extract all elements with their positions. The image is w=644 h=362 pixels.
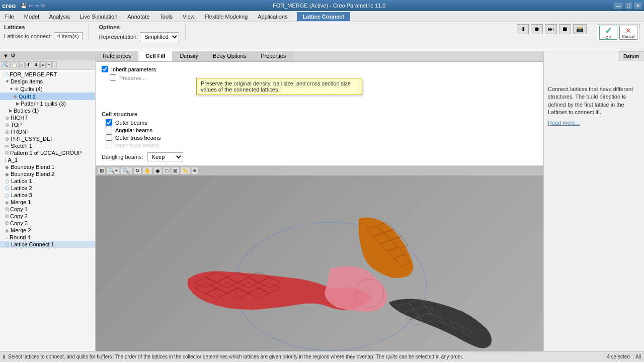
- menu-model[interactable]: Model: [19, 12, 44, 21]
- ok-button[interactable]: ✓ OK: [599, 26, 617, 40]
- vp-pan[interactable]: ✋: [142, 167, 152, 174]
- viewport[interactable]: ⊞ 🔍+ 🔍- ↻ ✋ ◉ □ ⊠ 📏 ≡: [96, 166, 543, 351]
- maximize-button[interactable]: □: [625, 3, 632, 9]
- outer-truss-label[interactable]: Outer truss beams: [115, 135, 160, 141]
- tree-item-design-items[interactable]: ▼ Design Items: [0, 78, 95, 85]
- settings-icon[interactable]: ⚙: [41, 3, 45, 9]
- tree-item-quilt2[interactable]: ◈ Quilt 2: [0, 93, 95, 100]
- menu-applications[interactable]: Applications: [253, 12, 292, 21]
- tab-density[interactable]: Density: [173, 51, 206, 61]
- menu-analysis[interactable]: Analysis: [44, 12, 75, 21]
- vp-wireframe[interactable]: □: [163, 167, 170, 174]
- close-button[interactable]: ✕: [634, 3, 642, 9]
- tree-item-lattice2[interactable]: ⬡ Lattice 2: [0, 185, 95, 192]
- tree-item-prt-csys-def[interactable]: ⊕ PRT_CSYS_DEF: [0, 135, 95, 142]
- inherit-checkbox[interactable]: [102, 66, 108, 72]
- tree-btn-1[interactable]: 🔍: [1, 61, 10, 68]
- cell-structure-label: Cell structure: [102, 111, 537, 117]
- menu-file[interactable]: File: [0, 12, 19, 21]
- tree-btn-5[interactable]: ⬇: [33, 61, 40, 68]
- tab-references[interactable]: References: [96, 51, 138, 61]
- tree-btn-6[interactable]: ≡: [40, 61, 46, 68]
- tree-btn-4[interactable]: ⬆: [25, 61, 32, 68]
- tree-item-front[interactable]: ⊕ FRONT: [0, 128, 95, 135]
- read-more-link[interactable]: Read more...: [548, 120, 640, 126]
- vp-measure[interactable]: 📏: [180, 167, 190, 174]
- tree-item-a1[interactable]: | A_1: [0, 156, 95, 163]
- menu-tools[interactable]: Tools: [154, 12, 178, 21]
- datum-label[interactable]: Datum: [618, 51, 644, 61]
- outer-beams-row[interactable]: Outer beams: [102, 119, 537, 126]
- tree-item-lattice1[interactable]: ⬡ Lattice 1: [0, 177, 95, 185]
- tree-item-copy3[interactable]: ⧉ Copy 3: [0, 220, 95, 227]
- menu-annotate[interactable]: Annotate: [122, 12, 154, 21]
- representation-select[interactable]: Simplified Master Light: [140, 32, 179, 41]
- vp-zoom-fit[interactable]: ⊞: [98, 167, 106, 174]
- stop-button[interactable]: ⏹: [559, 24, 571, 34]
- outer-beams-label[interactable]: Outer beams: [115, 120, 147, 126]
- cancel-button[interactable]: ✕ Cancel: [619, 26, 637, 40]
- tree-item-lattice3[interactable]: ⬡ Lattice 3: [0, 192, 95, 199]
- menu-view[interactable]: View: [178, 12, 200, 21]
- record-button[interactable]: ⏺: [531, 24, 543, 34]
- tree-root[interactable]: 📄 FOR_MERGE.PRT: [0, 71, 95, 78]
- tab-body-options[interactable]: Body Options: [206, 51, 254, 61]
- angular-beams-checkbox[interactable]: [106, 127, 112, 133]
- inner-truss-checkbox: [106, 142, 112, 148]
- options-group: Options Representation: Simplified Maste…: [99, 24, 186, 41]
- tree-item-merge2[interactable]: ◈ Merge 2: [0, 227, 95, 234]
- undo-icon[interactable]: ↩: [29, 3, 33, 9]
- outer-truss-checkbox[interactable]: [106, 134, 112, 141]
- tree-item-round4[interactable]: ○ Round 4: [0, 234, 95, 241]
- viewport-toolbar: ⊞ 🔍+ 🔍- ↻ ✋ ◉ □ ⊠ 📏 ≡: [96, 166, 543, 175]
- pause-button[interactable]: ⏸: [517, 24, 529, 34]
- vp-rotate[interactable]: ↻: [133, 167, 141, 174]
- snap-button[interactable]: 📸: [573, 24, 587, 34]
- outer-truss-row[interactable]: Outer truss beams: [102, 134, 537, 141]
- step-button[interactable]: ⏭: [545, 24, 557, 34]
- tree-settings-icon[interactable]: ⚙: [11, 52, 16, 59]
- tree-item-quilts[interactable]: ▼ ◈ Quilts (4): [0, 85, 95, 93]
- vp-shade[interactable]: ◉: [153, 167, 162, 174]
- tabs-bar: References Cell Fill Density Body Option…: [96, 51, 543, 62]
- tree-btn-collapse[interactable]: -: [52, 61, 57, 68]
- vp-zoom-out[interactable]: 🔍-: [121, 167, 132, 174]
- dangling-select[interactable]: Keep Remove Trim: [147, 152, 183, 161]
- redo-icon[interactable]: ↪: [35, 3, 39, 9]
- tree-item-boundary2[interactable]: ◆ Boundary Blend 2: [0, 170, 95, 177]
- tab-lattice-connect[interactable]: Lattice Connect: [297, 12, 351, 21]
- tree-btn-expand[interactable]: +: [46, 61, 52, 68]
- tree-item-copy2[interactable]: ⧉ Copy 2: [0, 213, 95, 220]
- tree-item-top[interactable]: ⊕ TOP: [0, 121, 95, 128]
- tree-item-lattice-connect1[interactable]: ⬡ Lattice Connect 1: [0, 241, 95, 248]
- outer-beams-checkbox[interactable]: [106, 119, 112, 126]
- tree-item-bodies[interactable]: ▶ Bodies (1): [0, 107, 95, 114]
- tree-item-right[interactable]: ⊕ RIGHT: [0, 114, 95, 121]
- dangling-label: Dangling beams:: [102, 154, 143, 160]
- tree-expand-icon[interactable]: ▼: [3, 53, 9, 59]
- angular-beams-row[interactable]: Angular beams: [102, 127, 537, 133]
- tree-btn-3[interactable]: ↕: [19, 61, 25, 68]
- save-icon[interactable]: 💾: [21, 3, 27, 9]
- vp-more[interactable]: ≡: [191, 167, 198, 174]
- tree-btn-2[interactable]: 📋: [10, 61, 19, 68]
- menu-live-simulation[interactable]: Live Simulation: [75, 12, 123, 21]
- minimize-button[interactable]: —: [614, 3, 623, 9]
- connect-value: 4 item(s): [54, 32, 83, 40]
- inherit-params-row[interactable]: Inherit parameters: [102, 66, 537, 72]
- tree-item-merge1[interactable]: ◈ Merge 1: [0, 199, 95, 206]
- tab-cell-fill[interactable]: Cell Fill: [138, 51, 173, 61]
- menu-flexible-modeling[interactable]: Flexible Modeling: [200, 12, 253, 21]
- tree-item-pattern1quilts[interactable]: ▶ Pattern 1 quilts (3): [0, 100, 95, 107]
- vp-section[interactable]: ⊠: [171, 167, 179, 174]
- tooltip-text: Preserve the original density, ball size…: [201, 80, 351, 93]
- tab-properties[interactable]: Properties: [254, 51, 293, 61]
- tree-item-sketch1[interactable]: ✏ Sketch 1: [0, 142, 95, 149]
- angular-beams-label[interactable]: Angular beams: [115, 127, 152, 133]
- inherit-label[interactable]: Inherit parameters: [111, 66, 156, 72]
- tree-item-pattern1local[interactable]: ⧉ Pattern 1 of LOCAL_GROUP: [0, 149, 95, 156]
- tree-item-boundary1[interactable]: ◆ Boundary Blend 1: [0, 163, 95, 170]
- vp-zoom-in[interactable]: 🔍+: [107, 167, 120, 174]
- preserve-checkbox[interactable]: [110, 74, 116, 81]
- tree-item-copy1[interactable]: ⧉ Copy 1: [0, 206, 95, 213]
